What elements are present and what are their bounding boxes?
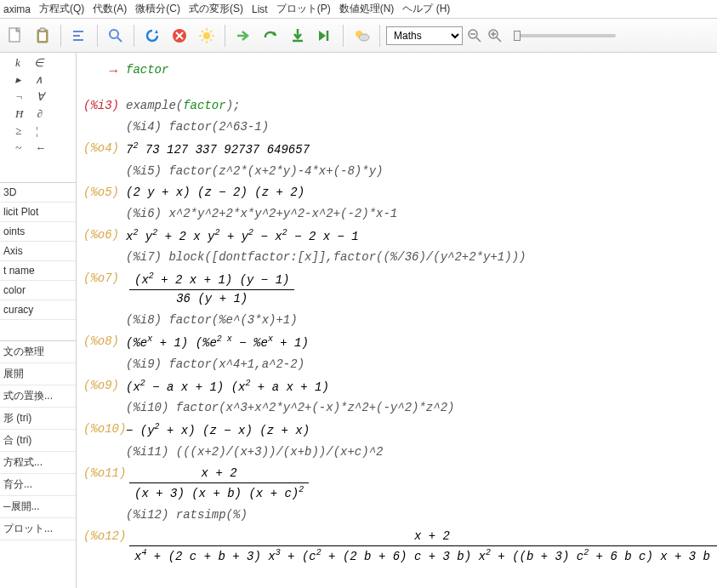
cell-line[interactable]: (%o6)x2 y2 + 2 x y2 + y2 − x2 − 2 x − 1 — [83, 226, 710, 246]
cell-line[interactable]: (%o5)(2 y + x) (z − 2) (z + 2) — [83, 184, 710, 202]
sun-icon[interactable] — [195, 24, 219, 48]
svg-line-31 — [497, 37, 501, 42]
code-text: (%i9) factor(x^4+1,a^2-2) — [126, 356, 304, 374]
sym[interactable]: Ħ — [15, 107, 23, 121]
list-item[interactable]: 育分... — [0, 474, 76, 496]
menu-item[interactable]: プロット(P) — [276, 2, 331, 16]
input-label: (%i3) — [83, 99, 119, 112]
sidebar-panel-a: 3D licit Plot oints Axis t name color cu… — [0, 182, 76, 320]
list-item[interactable]: プロット... — [0, 518, 76, 540]
menu-item[interactable]: 代数(A) — [93, 2, 127, 16]
cell-line[interactable]: (%i10) factor(x^3+x^2*y^2+(-x)*z^2+(-y^2… — [83, 399, 710, 417]
list-item[interactable]: t name — [0, 261, 76, 281]
list-item[interactable]: licit Plot — [0, 203, 76, 222]
stop-icon[interactable] — [168, 24, 191, 48]
output-label: (%o6) — [83, 228, 119, 242]
list-item[interactable]: oints — [0, 222, 76, 242]
sym[interactable]: ← — [35, 141, 46, 155]
output-label: (%o11) — [83, 466, 126, 480]
sym[interactable]: ∀ — [37, 90, 44, 104]
cell-line[interactable]: (%i7) block([dontfactor:[x]],factor((%/3… — [83, 248, 710, 266]
sidebar-panel-b: 文の整理 展開 式の置換... 形 (tri) 合 (tri) 方程式... 育… — [0, 340, 76, 540]
output-label: (%o10) — [83, 422, 126, 436]
math-output: (x2 + 2 x + 1) (y − 1)36 (y + 1) — [126, 270, 298, 308]
cell-line[interactable]: (%i3)example(factor); — [83, 97, 710, 115]
list-item[interactable]: 展開 — [0, 363, 76, 385]
menu-item[interactable]: 微積分(C) — [135, 2, 180, 16]
doc-icon[interactable] — [3, 24, 27, 48]
slider-thumb[interactable] — [514, 31, 521, 41]
sidebar: k∈ ▸∧ ¬∀ Ħ∂ ≥¦ ~← 3D licit Plot oints Ax… — [0, 53, 77, 588]
list-item[interactable]: 形 (tri) — [0, 408, 76, 430]
math-output: 72 73 127 337 92737 649657 — [126, 140, 310, 159]
cell-line[interactable]: (%o10)− (y2 + x) (z − x) (z + x) — [83, 420, 710, 440]
output-label: (%o9) — [83, 379, 119, 392]
zoom-in-icon[interactable] — [487, 27, 504, 44]
list-item[interactable]: curacy — [0, 300, 76, 320]
refresh-icon[interactable] — [140, 24, 164, 48]
menu-item[interactable]: ヘルプ (H) — [402, 2, 450, 16]
sym[interactable]: ~ — [15, 141, 21, 155]
list-item[interactable]: ─展開... — [0, 496, 76, 518]
sym[interactable]: ¬ — [15, 90, 23, 104]
cell-line[interactable]: (%o7)(x2 + 2 x + 1) (y − 1)36 (y + 1) — [83, 270, 710, 308]
code-text: (%i11) (((x+2)/(x+3))/(x+b))/(x+c)^2 — [126, 443, 383, 461]
svg-point-7 — [110, 30, 118, 38]
clipboard-icon[interactable] — [31, 24, 54, 48]
cell-line[interactable]: (%o11)x + 2(x + 3) (x + b) (x + c)2 — [83, 465, 710, 503]
list-item[interactable]: color — [0, 281, 76, 300]
svg-line-18 — [210, 39, 212, 41]
cell-line[interactable]: (%i11) (((x+2)/(x+3))/(x+b))/(x+c)^2 — [83, 443, 710, 461]
arrow-right-icon[interactable] — [231, 24, 255, 48]
menubar: axima 方程式(Q) 代数(A) 微積分(C) 式の変形(S) List プ… — [0, 0, 717, 19]
function-name: factor — [126, 63, 168, 77]
cell-line[interactable]: (%i6) x^2*y^2+2*x*y^2+y^2-x^2+(-2)*x-1 — [83, 205, 710, 223]
zoom-out-icon[interactable] — [466, 27, 483, 44]
cell-line[interactable]: (%o9)(x2 − a x + 1) (x2 + a x + 1) — [83, 377, 710, 397]
search-icon[interactable] — [104, 24, 128, 48]
sym[interactable]: ▸ — [15, 73, 21, 87]
menu-item[interactable]: 方程式(Q) — [39, 2, 84, 16]
list-item[interactable]: 文の整理 — [0, 341, 76, 363]
list-item[interactable]: 式の置換... — [0, 385, 76, 408]
menu-item[interactable]: 式の変形(S) — [189, 2, 243, 16]
menu-item[interactable]: axima — [3, 3, 31, 15]
sym[interactable]: ≥ — [15, 124, 21, 138]
list-item[interactable]: 方程式... — [0, 452, 76, 474]
sym[interactable]: ∧ — [35, 73, 43, 87]
output-label: (%o4) — [83, 141, 119, 155]
menu-item[interactable]: 数値処理(N) — [339, 2, 395, 16]
sym[interactable]: k — [15, 56, 20, 70]
toolbar: Maths — [0, 19, 717, 53]
cell-line[interactable]: (%o4)72 73 127 337 92737 649657 — [83, 140, 710, 159]
list-item[interactable]: Axis — [0, 242, 76, 261]
svg-line-19 — [202, 39, 203, 41]
lines-icon[interactable] — [67, 24, 91, 48]
cell-line[interactable]: (%i12) ratsimp(%) — [83, 506, 710, 524]
menu-item[interactable]: List — [252, 3, 268, 15]
math-output: x2 y2 + 2 x y2 + y2 − x2 − 2 x − 1 — [126, 226, 359, 246]
download-icon[interactable] — [286, 24, 310, 48]
cell-line[interactable]: (%i5) factor(z^2*(x+2*y)-4*x+(-8)*y) — [83, 163, 710, 180]
sym[interactable]: ¦ — [35, 124, 38, 138]
cell-line[interactable]: (%i4) factor(2^63-1) — [83, 118, 710, 136]
weather-icon[interactable] — [350, 24, 373, 48]
svg-line-20 — [210, 31, 212, 32]
cell-line[interactable]: (%o8)(%ex + 1) (%e2 x − %ex + 1) — [83, 333, 710, 352]
svg-line-17 — [202, 31, 203, 32]
sym[interactable]: ∈ — [34, 56, 43, 70]
list-item[interactable]: 合 (tri) — [0, 430, 76, 452]
svg-point-12 — [203, 32, 210, 39]
sym[interactable]: ∂ — [37, 107, 42, 121]
code-text: (%i12) ratsimp(%) — [126, 506, 248, 524]
cell-line[interactable]: (%o12)x + 2x4 + (2 c + b + 3) x3 + (c2 +… — [83, 528, 710, 566]
cell-line[interactable]: (%i9) factor(x^4+1,a^2-2) — [83, 356, 710, 374]
zoom-slider[interactable] — [514, 34, 616, 37]
redo-icon[interactable] — [259, 24, 282, 48]
skip-icon[interactable] — [313, 24, 337, 48]
list-item[interactable]: 3D — [0, 183, 76, 203]
symbol-palette: k∈ ▸∧ ¬∀ Ħ∂ ≥¦ ~← — [0, 53, 76, 162]
worksheet[interactable]: →factor(%i3)example(factor);(%i4) factor… — [77, 53, 717, 588]
style-select[interactable]: Maths — [386, 26, 463, 45]
cell-line[interactable]: (%i8) factor(%e^(3*x)+1) — [83, 311, 710, 329]
